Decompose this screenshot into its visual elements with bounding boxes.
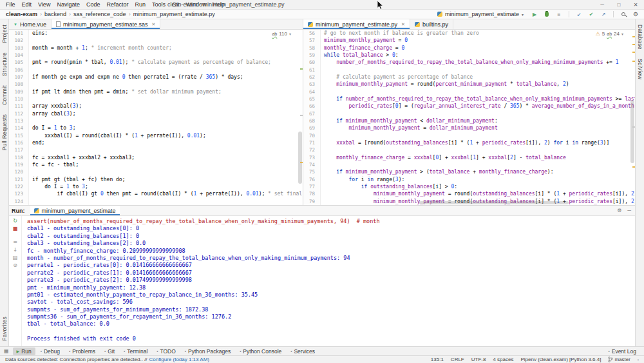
code-text: if pmt gt (tbal + fc) then do; [28, 177, 126, 182]
code-text: array cbal(3); [28, 111, 75, 117]
configure-link[interactable]: Configure (today 1:13 AM) [149, 357, 209, 362]
run-button[interactable]: ▶ [530, 10, 539, 19]
tool-stripe-pull-requests[interactable]: Pull Requests [1, 114, 8, 150]
status-widgets: 135:1CRLFUTF-84 spacesPipenv (clean-exam… [431, 357, 639, 362]
tool-stripe-favorites[interactable]: Favorites [1, 317, 8, 341]
settings-button[interactable]: ⚙ [631, 10, 640, 19]
vcs-push-button[interactable]: ↗ [599, 10, 608, 19]
editor-tab-minimum-payment-estimate-sas[interactable]: minimum_payment_estimate.sas✕ [52, 19, 160, 29]
line-number: 118 [9, 154, 28, 161]
editor-tab-home-vue[interactable]: ▼Home.vue [9, 19, 52, 29]
editor-tab-builtins-py[interactable]: builtins.py [410, 19, 453, 29]
breadcrumb-minimum-payment-estimate-py[interactable]: minimum_payment_estimate.py [131, 11, 217, 17]
branch-icon [608, 357, 613, 362]
code-line: 60 number_of_months_required_to_repay_th… [303, 59, 635, 66]
toolwindow-run[interactable]: ▶Run [13, 348, 35, 355]
maximize-button[interactable]: □ [611, 2, 627, 8]
hide-panel-icon[interactable]: ─ [627, 208, 631, 213]
menu-navigate[interactable]: Navigate [53, 1, 83, 8]
status-135-1[interactable]: 135:1 [431, 357, 444, 362]
debug-button[interactable] [542, 10, 551, 19]
stop-button[interactable]: ■ [554, 10, 564, 19]
rerun-icon[interactable]: ↻ [11, 218, 20, 224]
line-number: 59 [303, 52, 320, 59]
menu-view[interactable]: View [35, 1, 53, 8]
vcs-update-button[interactable]: ↙ [574, 10, 583, 19]
run-tab[interactable]: minimum_payment_estimate [30, 206, 120, 215]
status-pipenv-clean-exam-python-3-6-4[interactable]: Pipenv (clean-exam) [Python 3.6.4] [520, 357, 601, 362]
print-icon[interactable]: ▤ [11, 255, 20, 260]
stripe-mark [632, 36, 635, 37]
code-text [28, 37, 32, 43]
left-editor-tabs: ▼Home.vueminimum_payment_estimate.sas✕ [9, 19, 303, 30]
horizontal-scrollbar[interactable] [419, 201, 569, 204]
run-configuration-select[interactable]: minimum_payment_estimate ▾ [434, 11, 527, 17]
line-number: 107 [9, 74, 28, 81]
line-number: 72 [303, 146, 320, 153]
toolwindow-debug[interactable]: ▪Debug [37, 348, 64, 355]
line-number: 124 [9, 198, 28, 205]
stop-icon[interactable]: ■ [11, 226, 20, 231]
toolwindow-icon: ▪ [290, 349, 292, 353]
toolwindow-todo[interactable]: ▪TODO [153, 348, 180, 355]
tool-stripe-database[interactable]: Database [637, 25, 643, 50]
vertical-scrollbar[interactable] [630, 100, 634, 163]
code-text: if pmt lt dmin then pmt = dmin; * set do… [28, 89, 222, 95]
code-text: if number_of_months_required_to_repay_th… [320, 96, 635, 102]
code-line: 75 if minimum_monthly_payment > (total_b… [303, 168, 635, 175]
run-console[interactable]: assert(number_of_months_required_to_repa… [22, 216, 635, 346]
menu-run[interactable]: Run [131, 1, 149, 8]
close-tab-icon[interactable]: ✕ [152, 22, 156, 27]
console-settings-icon[interactable]: ⚙ [617, 208, 621, 213]
minimize-button[interactable]: ─ [594, 2, 611, 8]
status-4-spaces[interactable]: 4 spaces [493, 357, 513, 362]
status-utf-8[interactable]: UTF-8 [471, 357, 486, 362]
toolwindow-python-console[interactable]: ▪Python Console [236, 348, 285, 355]
menu-refactor[interactable]: Refactor [103, 1, 131, 8]
breadcrumb-clean-exam[interactable]: clean-exam [4, 11, 39, 17]
python-editor[interactable]: 56# go to next month if balance is great… [303, 30, 635, 205]
tool-stripe-project[interactable]: Project [1, 25, 8, 43]
close-button[interactable]: ✕ [627, 2, 644, 8]
menu-code[interactable]: Code [83, 1, 104, 8]
vcs-commit-button[interactable]: ✔ [587, 10, 596, 19]
toolwindow-event-log[interactable]: ▪Event Log [605, 348, 640, 355]
status-crlf[interactable]: CRLF [451, 357, 464, 362]
toolwindow-problems[interactable]: ▪Problems [65, 348, 99, 355]
toolwindow-git[interactable]: ▪Git [100, 348, 118, 355]
toolwindow-services[interactable]: ▪Services [287, 348, 319, 355]
git-branch-widget[interactable]: master [608, 357, 630, 362]
tool-stripe-structure[interactable]: Structure [1, 52, 8, 76]
tool-stripe-sciview[interactable]: SciView [637, 59, 643, 79]
line-number: 69 [303, 124, 320, 132]
clear-all-icon[interactable]: ⊘ [11, 262, 20, 268]
menu-file[interactable]: File [3, 1, 19, 8]
tool-stripe-commit[interactable]: Commit [1, 85, 8, 105]
toolwindow-python-packages[interactable]: ▪Python Packages [181, 348, 234, 355]
soft-wrap-icon[interactable]: ≡ [11, 239, 20, 245]
sas-editor[interactable]: 101eins:102103month = month + 1; * incre… [9, 30, 303, 205]
close-tab-icon[interactable]: ✕ [401, 22, 405, 27]
code-text: do I = 1 to 3; [28, 125, 75, 131]
notifications-icon[interactable]: ▪ [638, 358, 639, 362]
typo-count: 24 [614, 31, 620, 37]
line-number: 115 [9, 132, 28, 139]
toolwindow-icon: ▪ [41, 349, 42, 353]
toolwindow-terminal[interactable]: ▪Terminal [120, 348, 151, 355]
inspections-widget[interactable]: ab 110 ▾ [270, 31, 292, 37]
breadcrumb-sas-reference-code[interactable]: sas_reference_code [71, 11, 128, 17]
code-text: # calculate payment as percentage of bal… [320, 74, 473, 80]
menu-edit[interactable]: Edit [19, 1, 35, 8]
menu-tools[interactable]: Tools [149, 1, 169, 8]
scroll-to-end-icon[interactable]: ↓ [11, 247, 20, 253]
inspections-widget[interactable]: ⚠ 5 ab 24 ▾ [594, 31, 625, 37]
vertical-scrollbar[interactable] [298, 132, 302, 184]
tab-label: minimum_payment_estimate.py [316, 21, 397, 28]
tool-window-switcher-icon[interactable]: ▦ [4, 348, 9, 354]
code-text: xxxbal = [round(outstanding_balances[i] … [320, 140, 609, 146]
mouse-cursor [377, 1, 384, 10]
code-text [320, 111, 324, 117]
search-everywhere-button[interactable] [619, 10, 628, 19]
breadcrumb-backend[interactable]: backend [43, 11, 68, 17]
editor-tab-minimum-payment-estimate-py[interactable]: minimum_payment_estimate.py✕ [303, 19, 410, 29]
